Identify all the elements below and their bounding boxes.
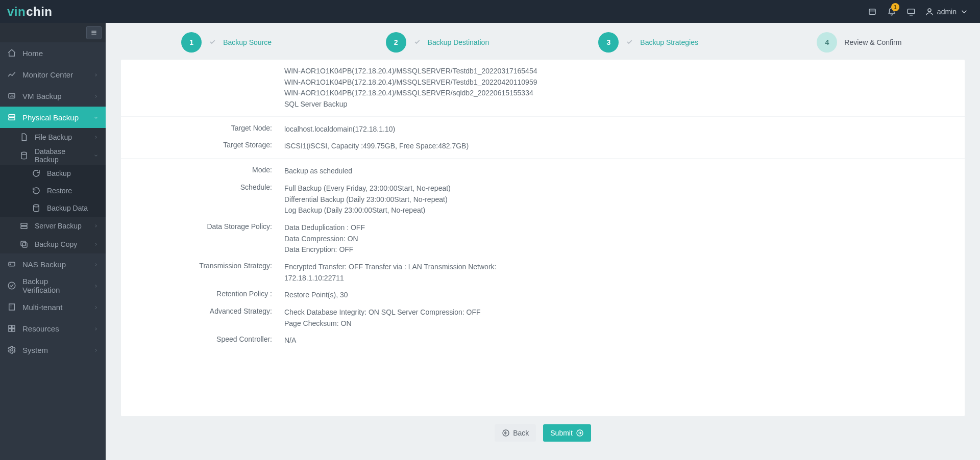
nav-label: Monitor Center: [22, 70, 73, 79]
nav-label: Backup: [47, 169, 71, 177]
mode-label: Mode:: [121, 166, 284, 177]
nav-system[interactable]: System: [0, 339, 106, 361]
nas-icon: [7, 260, 16, 269]
mode-value: Backup as scheduled: [284, 166, 965, 177]
step-number: 3: [598, 32, 619, 53]
sidebar-toggle[interactable]: [86, 26, 102, 39]
nav-physical-backup[interactable]: Physical Backup: [0, 107, 106, 128]
logo-part-a: vin: [7, 5, 26, 19]
nav-db-backup[interactable]: Backup: [0, 165, 106, 182]
nav-monitor-center[interactable]: Monitor Center: [0, 64, 106, 85]
chevron-down-icon: [93, 113, 99, 122]
schedule-label: Schedule:: [121, 183, 284, 216]
file-icon: [19, 133, 29, 142]
row-speed-controller: Speed Controller: N/A: [121, 332, 965, 349]
svg-rect-17: [21, 241, 26, 246]
user-menu[interactable]: admin: [921, 7, 973, 16]
source-line: WIN-AOR1O1K04PB(172.18.20.4)/MSSQLSERVER…: [284, 88, 952, 99]
refresh-icon: [32, 169, 41, 178]
nav-physical-sub: File Backup Database Backup Backup Resto…: [0, 128, 106, 253]
nav-backup-copy[interactable]: Backup Copy: [0, 235, 106, 253]
source-label: [121, 66, 284, 110]
wizard-step-4[interactable]: 4 Review & Confirm: [754, 32, 965, 53]
review-scroll[interactable]: WIN-AOR1O1K04PB(172.18.20.4)/MSSQLSERVER…: [121, 60, 965, 416]
nav-label: Server Backup: [35, 222, 82, 230]
nav-label: File Backup: [35, 133, 72, 141]
advanced-line: Check Database Integrity: ON SQL Server …: [284, 307, 952, 318]
nav-label: Backup Data: [47, 204, 88, 212]
row-target-node: Target Node: localhost.localdomain(172.1…: [121, 116, 965, 138]
logo-part-b: chin: [26, 5, 52, 19]
copy-icon: [19, 240, 29, 249]
back-button[interactable]: Back: [495, 424, 536, 442]
row-data-storage-policy: Data Storage Policy: Data Deduplication …: [121, 219, 965, 259]
schedule-line: Differential Backup (Daily 23:00:00Start…: [284, 194, 952, 206]
main: 1 Backup Source 2 Backup Destination 3 B…: [106, 23, 980, 460]
nav-server-backup[interactable]: Server Backup: [0, 217, 106, 235]
nav-resources[interactable]: Resources: [0, 318, 106, 339]
row-retention-policy: Retention Policy : Restore Point(s), 30: [121, 287, 965, 304]
chevron-right-icon: [93, 324, 99, 333]
submit-button[interactable]: Submit: [543, 424, 591, 442]
nav-db-backup-data[interactable]: Backup Data: [0, 199, 106, 217]
chevron-right-icon: [93, 222, 99, 230]
advanced-label: Advanced Strategy:: [121, 307, 284, 329]
step-label: Review & Confirm: [844, 38, 901, 46]
svg-point-19: [10, 264, 11, 265]
trans-value: Encrypted Transfer: OFF Transfer via : L…: [284, 262, 965, 284]
jobs-icon[interactable]: [863, 0, 882, 23]
chevron-right-icon: [93, 303, 99, 312]
nav-vm-backup[interactable]: VM VM Backup: [0, 85, 106, 107]
svg-rect-21: [9, 304, 15, 310]
home-icon: [7, 48, 16, 58]
notifications-badge: 1: [891, 3, 899, 11]
target-node-label: Target Node:: [121, 124, 284, 135]
svg-rect-15: [21, 226, 27, 229]
svg-rect-2: [908, 9, 915, 13]
screen-icon[interactable]: [901, 0, 921, 23]
topbar: vin chin 1 admin: [0, 0, 980, 23]
source-line: WIN-AOR1O1K04PB(172.18.20.4)/MSSQLSERVER…: [284, 77, 952, 88]
chevron-right-icon: [93, 240, 99, 248]
nav-multi-tenant[interactable]: Multi-tenant: [0, 296, 106, 318]
target-node-value: localhost.localdomain(172.18.1.10): [284, 124, 965, 135]
source-line: WIN-AOR1O1K04PB(172.18.20.4)/MSSQLSERVER…: [284, 66, 952, 77]
logo: vin chin: [7, 5, 53, 19]
nav-nas-backup[interactable]: NAS Backup: [0, 253, 106, 275]
vm-icon: VM: [7, 91, 16, 100]
nav-label: Database Backup: [35, 147, 87, 164]
nav-db-restore[interactable]: Restore: [0, 182, 106, 199]
svg-point-13: [34, 205, 39, 207]
nav-home[interactable]: Home: [0, 42, 106, 64]
wizard-step-1[interactable]: 1 Backup Source: [121, 32, 332, 53]
nav-label: NAS Backup: [22, 260, 66, 269]
trans-line: Encrypted Transfer: OFF Transfer via : L…: [284, 262, 952, 273]
chevron-right-icon: [93, 346, 99, 354]
svg-rect-24: [9, 325, 11, 328]
nav-label: Backup Copy: [35, 240, 77, 248]
verify-icon: [7, 281, 16, 290]
wizard-step-3[interactable]: 3 Backup Strategies: [543, 32, 754, 53]
nav-backup-verification[interactable]: Backup Verification: [0, 275, 106, 296]
svg-point-28: [11, 349, 13, 351]
source-value: WIN-AOR1O1K04PB(172.18.20.4)/MSSQLSERVER…: [284, 66, 965, 110]
user-name: admin: [937, 8, 957, 16]
chevron-right-icon: [93, 133, 99, 141]
notifications-icon[interactable]: 1: [882, 0, 901, 23]
row-schedule: Schedule: Full Backup (Every Friday, 23:…: [121, 180, 965, 219]
svg-rect-16: [22, 243, 27, 247]
nav-file-backup[interactable]: File Backup: [0, 128, 106, 146]
chevron-down-icon: [93, 151, 99, 160]
dsp-value: Data Deduplication : OFF Data Compressio…: [284, 222, 965, 255]
step-number: 2: [386, 32, 406, 53]
menu-icon: [90, 29, 97, 36]
wizard-step-2[interactable]: 2 Backup Destination: [332, 32, 543, 53]
row-transmission-strategy: Transmission Strategy: Encrypted Transfe…: [121, 259, 965, 287]
step-label: Backup Source: [223, 38, 272, 46]
speed-value: N/A: [284, 335, 965, 346]
nav-database-backup[interactable]: Database Backup: [0, 146, 106, 165]
svg-text:VM: VM: [10, 95, 14, 98]
sidebar: Home Monitor Center VM VM Backup Physica…: [0, 23, 106, 460]
dsp-line: Data Compression: ON: [284, 234, 952, 245]
trans-line: 172.18.1.10:22711: [284, 273, 952, 284]
